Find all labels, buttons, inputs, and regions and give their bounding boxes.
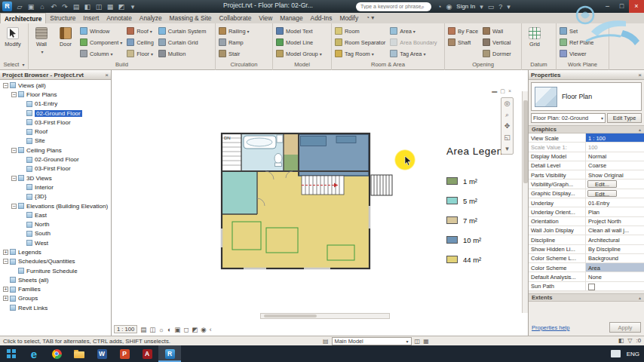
taskbar-edge[interactable]: e bbox=[23, 345, 45, 362]
tree-item[interactable]: Furniture Schedule bbox=[0, 266, 111, 275]
wall-button[interactable]: Wall▾ bbox=[30, 25, 53, 54]
grid-button[interactable]: Grid bbox=[523, 25, 546, 48]
area-legend[interactable]: Area Legend 1 m² 5 m² 7 m² 10 m² bbox=[446, 146, 509, 269]
reveal-hidden-icon[interactable]: ◉ bbox=[201, 326, 206, 333]
edit-type-button[interactable]: Edit Type bbox=[607, 113, 642, 123]
navbar-caret-icon[interactable]: ▾ bbox=[505, 145, 509, 152]
tree-item[interactable]: + Families bbox=[0, 285, 111, 294]
property-value[interactable]: Edit... bbox=[587, 190, 617, 197]
ribbon-tab[interactable]: Annotate bbox=[103, 13, 136, 23]
property-row[interactable]: Sun Path bbox=[529, 282, 644, 291]
tree-item[interactable]: − Floor Plans bbox=[0, 90, 111, 99]
property-value[interactable]: None bbox=[586, 272, 644, 281]
tree-item[interactable]: − Schedules/Quantities bbox=[0, 257, 111, 266]
tree-item[interactable]: Roof bbox=[0, 127, 111, 136]
property-value[interactable]: 01-Entry bbox=[586, 198, 644, 207]
ribbon-button[interactable]: Wall bbox=[481, 26, 513, 36]
measure-icon[interactable]: ◧ bbox=[83, 2, 92, 11]
search-icon[interactable]: ⌕ bbox=[421, 3, 425, 11]
sun-path-icon[interactable]: ☼ bbox=[158, 326, 164, 333]
property-row[interactable]: Orientation Project North bbox=[529, 217, 644, 226]
detail-level-icon[interactable]: ▤ bbox=[140, 326, 146, 333]
property-value[interactable]: Background bbox=[586, 254, 644, 262]
door-button[interactable]: Door bbox=[54, 25, 77, 48]
ribbon-button[interactable]: Curtain System bbox=[157, 26, 208, 36]
ribbon-button[interactable]: Railing▾ bbox=[217, 26, 251, 36]
ribbon-button[interactable]: Viewer bbox=[558, 48, 595, 59]
ribbon-button[interactable]: Floor▾ bbox=[125, 48, 155, 59]
tree-item[interactable]: Interior bbox=[0, 183, 111, 192]
ribbon-tab[interactable]: Collaborate bbox=[215, 13, 255, 23]
ribbon-button[interactable]: Ramp bbox=[217, 37, 251, 48]
property-row[interactable]: Parts Visibility Show Original bbox=[529, 170, 644, 179]
ribbon-button[interactable]: Shaft bbox=[446, 37, 480, 48]
redo-icon[interactable]: ↷ bbox=[60, 2, 69, 11]
property-row[interactable]: Graphic Display... Edit... bbox=[529, 189, 644, 198]
view-restore-icon[interactable]: ▢ bbox=[500, 88, 505, 94]
expand-viewbar-icon[interactable]: ‹ bbox=[210, 326, 212, 333]
visual-style-icon[interactable]: ◫ bbox=[149, 326, 155, 333]
ribbon-tab[interactable]: Structure bbox=[46, 13, 79, 23]
temporary-hide-icon[interactable]: ◩ bbox=[192, 326, 198, 333]
apply-button[interactable]: Apply bbox=[609, 322, 641, 333]
ribbon-tab[interactable]: Modify bbox=[336, 13, 362, 23]
taskbar-powerpoint[interactable]: P bbox=[113, 345, 136, 362]
property-row[interactable]: Wall Join Display Clean all wall j... bbox=[529, 226, 644, 235]
tree-item[interactable]: South bbox=[0, 229, 111, 238]
help-icon[interactable]: ? bbox=[498, 3, 502, 11]
3d-view-icon[interactable]: ▦ bbox=[106, 2, 115, 11]
view-close-icon[interactable]: × bbox=[508, 88, 511, 94]
ribbon-button[interactable]: Stair bbox=[217, 48, 251, 59]
crop-view-icon[interactable]: ▣ bbox=[174, 326, 180, 333]
tree-item[interactable]: − 3D Views bbox=[0, 173, 111, 183]
tree-item[interactable]: + Groups bbox=[0, 294, 111, 303]
properties-help-link[interactable]: Properties help bbox=[532, 324, 569, 331]
ribbon-button[interactable]: Room bbox=[333, 26, 387, 36]
ribbon-tab[interactable]: Manage bbox=[276, 13, 306, 23]
ribbon-button[interactable]: Ref Plane bbox=[558, 37, 595, 48]
filter-icon[interactable]: ▽ bbox=[627, 337, 632, 344]
tree-item[interactable]: 01-Entry bbox=[0, 100, 111, 109]
revit-app-icon[interactable]: R bbox=[2, 2, 12, 11]
tree-item[interactable]: − Elevations (Building Elevation) bbox=[0, 201, 111, 210]
ribbon-button[interactable]: Room Separator bbox=[333, 37, 387, 48]
taskbar-adobe[interactable]: A bbox=[136, 345, 158, 362]
ribbon-button[interactable]: Model Group▾ bbox=[274, 48, 324, 59]
tree-expander-icon[interactable]: − bbox=[3, 259, 8, 264]
search-input[interactable] bbox=[360, 4, 421, 9]
tree-expander-icon[interactable]: − bbox=[11, 148, 17, 153]
property-value[interactable]: Project North bbox=[586, 217, 644, 225]
project-browser-close-icon[interactable]: × bbox=[105, 72, 109, 78]
property-row[interactable]: Color Scheme Area bbox=[529, 263, 644, 272]
property-value[interactable]: Architectural bbox=[586, 235, 644, 244]
property-row[interactable]: Display Model Normal bbox=[529, 152, 644, 161]
rewind-icon[interactable]: ◱ bbox=[504, 133, 511, 141]
property-value[interactable]: Plan bbox=[586, 207, 644, 216]
property-row[interactable]: Underlay Orient... Plan bbox=[529, 207, 644, 216]
active-only-icon[interactable]: ◫ bbox=[415, 338, 421, 345]
ribbon-button[interactable]: Window bbox=[78, 26, 124, 36]
extents-section-header[interactable]: Extents▴ bbox=[529, 293, 644, 302]
ribbon-button[interactable]: By Face bbox=[446, 26, 480, 36]
tag-icon[interactable]: ◫ bbox=[94, 2, 103, 11]
shadows-icon[interactable]: ◐ bbox=[167, 326, 171, 333]
tree-item[interactable]: Site bbox=[0, 137, 111, 146]
ribbon-button[interactable]: Roof▾ bbox=[125, 26, 155, 36]
design-options-select[interactable]: Main Model ▾ bbox=[332, 337, 412, 345]
tree-expander-icon[interactable]: + bbox=[3, 250, 8, 255]
qat-dropdown-icon[interactable]: ▾ bbox=[128, 2, 137, 11]
properties-header[interactable]: Properties × bbox=[529, 70, 644, 80]
ribbon-button[interactable]: Tag Room▾ bbox=[333, 48, 387, 59]
project-browser-header[interactable]: Project Browser - Project.rvt × bbox=[0, 70, 111, 80]
tree-item[interactable]: + Legends bbox=[0, 247, 111, 256]
property-row[interactable]: Show Hidden Li... By Discipline bbox=[529, 245, 644, 254]
properties-close-icon[interactable]: × bbox=[638, 72, 642, 78]
ribbon-tab[interactable]: Architecture bbox=[0, 13, 46, 23]
language-indicator[interactable]: ENG bbox=[627, 351, 639, 357]
tree-expander-icon[interactable]: − bbox=[11, 176, 17, 181]
property-value[interactable]: By Discipline bbox=[586, 245, 644, 253]
ribbon-button[interactable]: Component▾ bbox=[78, 37, 124, 48]
ribbon-tab[interactable]: Massing & Site bbox=[166, 13, 216, 23]
tree-item[interactable]: Revit Links bbox=[0, 303, 111, 312]
property-value[interactable]: Clean all wall j... bbox=[586, 226, 644, 235]
